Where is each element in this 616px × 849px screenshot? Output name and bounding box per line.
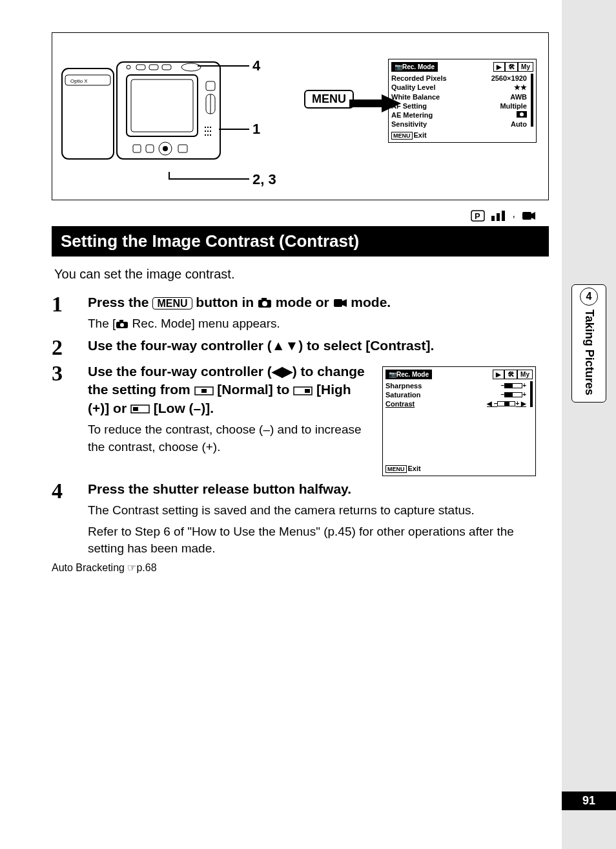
lcd-row-value: Auto <box>511 120 527 128</box>
step-subtext: The [ Rec. Mode] menu appears. <box>88 315 549 333</box>
sharpness-slider: –+ <box>501 382 526 390</box>
lcd-row-label: AE Metering <box>391 111 433 119</box>
svg-rect-4 <box>131 79 193 132</box>
svg-rect-10 <box>206 81 215 90</box>
illustration-panel: Optio X <box>52 32 549 200</box>
svg-rect-36 <box>262 298 267 300</box>
camera-illustration: Optio X <box>59 56 233 165</box>
svg-point-8 <box>127 65 130 69</box>
step-head: Press the MENU button in mode or mode. <box>88 293 549 311</box>
step-subtext: To reduce the contrast, choose (–) and t… <box>88 421 369 456</box>
svg-rect-33 <box>502 211 505 221</box>
lcd-tab-rec-mode: 📷Rec. Mode <box>385 370 432 379</box>
lcd-row-value: 2560×1920 <box>491 74 527 82</box>
step-number: 1 <box>52 293 88 333</box>
chapter-title: Taking Pictures <box>582 309 596 395</box>
svg-rect-32 <box>497 213 500 221</box>
svg-rect-5 <box>136 65 145 70</box>
lcd-row-label: White Balance <box>391 93 440 101</box>
svg-rect-7 <box>162 65 171 70</box>
svg-rect-43 <box>201 389 207 393</box>
svg-rect-47 <box>133 407 138 411</box>
step-subtext: Refer to Step 6 of "How to Use the Menus… <box>88 523 549 558</box>
scrollbar <box>531 74 533 127</box>
svg-rect-45 <box>305 389 310 393</box>
svg-rect-19 <box>207 127 209 128</box>
step-2: 2 Use the four-way controller (▲▼) to se… <box>52 337 549 359</box>
lcd-tab-playback-icon: ▶ <box>493 370 504 379</box>
menu-hint-icon: MENU <box>391 132 413 140</box>
lcd-row-label: Contrast <box>385 400 415 408</box>
svg-rect-34 <box>522 212 531 220</box>
lcd-row-label: Saturation <box>385 391 420 399</box>
step-1: 1 Press the MENU button in mode or mode.… <box>52 293 549 333</box>
camera-brand: Optio X <box>70 78 88 84</box>
svg-point-28 <box>520 112 524 116</box>
step-head: Use the four-way controller (◀▶) to chan… <box>88 362 369 417</box>
contrast-slider: ◀ –+ ▶ <box>487 400 526 408</box>
lcd-tab-tools-icon: 🛠 <box>505 62 518 72</box>
svg-rect-24 <box>205 134 206 136</box>
svg-rect-18 <box>205 127 206 128</box>
lcd-row-label: Sensitivity <box>391 120 427 128</box>
step-3: 3 Use the four-way controller (◀▶) to ch… <box>52 362 369 456</box>
cross-reference-box: Auto Bracketing ☞p.68 <box>52 561 549 574</box>
step-subtext: The Contrast setting is saved and the ca… <box>88 502 549 519</box>
intro-text: You can set the image contrast. <box>54 267 549 282</box>
menu-hint-icon: MENU <box>385 465 407 473</box>
lcd-contrast-menu: 📷Rec. Mode ▶ 🛠 My Sharpness –+ Saturatio… <box>382 366 536 476</box>
svg-rect-31 <box>491 216 495 221</box>
svg-rect-6 <box>149 65 158 70</box>
callout-1: 1 <box>252 121 260 138</box>
exit-label: Exit <box>414 131 427 139</box>
lcd-row-label: Sharpness <box>385 382 422 390</box>
svg-rect-13 <box>133 145 141 152</box>
lcd-row-value: Multiple <box>500 102 527 110</box>
svg-rect-40 <box>119 320 123 322</box>
svg-rect-14 <box>146 145 154 152</box>
svg-rect-0 <box>62 68 114 159</box>
svg-point-37 <box>262 301 267 306</box>
contrast-low-icon <box>130 404 150 414</box>
page-number: 91 <box>562 791 616 810</box>
lcd-rec-mode-menu: 📷Rec. Mode ▶ 🛠 My Recorded Pixels2560×19… <box>388 59 537 143</box>
chapter-tab: 4 Taking Pictures <box>571 284 606 403</box>
contrast-high-icon <box>293 386 313 395</box>
camera-mode-icon <box>116 320 128 329</box>
lcd-tab-playback-icon: ▶ <box>493 62 505 72</box>
applicable-modes-row: P , <box>52 207 549 224</box>
svg-rect-22 <box>207 131 209 132</box>
svg-rect-23 <box>210 131 211 132</box>
callout-4: 4 <box>252 58 260 74</box>
lcd-tab-tools-icon: 🛠 <box>504 370 517 379</box>
ae-metering-icon <box>517 111 527 119</box>
lcd-row-value: ★★ <box>514 83 527 92</box>
menu-inline-label: MENU <box>152 297 192 309</box>
svg-rect-17 <box>178 145 187 152</box>
svg-rect-38 <box>334 299 342 307</box>
svg-text:P: P <box>475 211 482 221</box>
lcd-row-label: AF Setting <box>391 102 427 110</box>
step-number: 4 <box>52 480 88 558</box>
exit-label: Exit <box>408 465 421 472</box>
svg-rect-3 <box>127 75 198 136</box>
lcd-tab-rec-mode: 📷Rec. Mode <box>391 62 438 72</box>
svg-point-16 <box>163 146 168 151</box>
side-column: 4 Taking Pictures 91 <box>562 0 616 849</box>
section-heading: Setting the Image Contrast (Contrast) <box>52 226 549 257</box>
svg-rect-25 <box>207 134 209 136</box>
svg-rect-2 <box>117 62 220 159</box>
scrollbar <box>530 381 533 407</box>
camera-mode-icon <box>258 298 272 308</box>
saturation-slider: –+ <box>501 391 526 399</box>
callout-2-3: 2, 3 <box>252 171 276 188</box>
step-number: 2 <box>52 337 88 359</box>
step-4: 4 Press the shutter release button halfw… <box>52 480 549 558</box>
step-number: 3 <box>52 362 88 456</box>
step-head: Press the shutter release button halfway… <box>88 480 549 498</box>
contrast-normal-icon <box>194 386 214 395</box>
step-head: Use the four-way controller (▲▼) to sele… <box>88 337 549 355</box>
svg-point-41 <box>120 323 124 327</box>
lcd-row-label: Quality Level <box>391 83 435 92</box>
svg-rect-26 <box>210 134 211 136</box>
